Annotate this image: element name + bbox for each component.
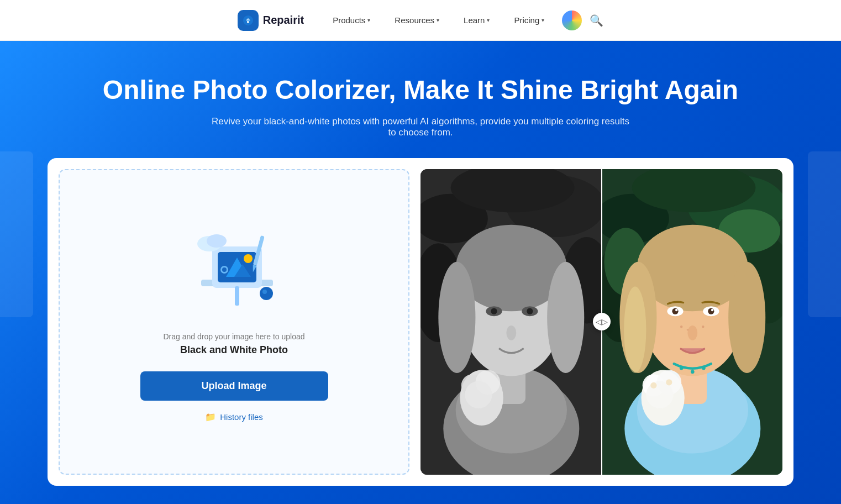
nav-item-learn[interactable]: Learn ▾ [451, 0, 502, 41]
nav-inner: Repairit Products ▾ Resources ▾ Learn ▾ … [238, 0, 604, 41]
svg-point-67 [702, 366, 706, 370]
hero-deco-left [0, 151, 33, 317]
illustration-svg [185, 224, 284, 318]
hero-subtitle: Revive your black-and-white photos with … [211, 116, 630, 138]
history-files-link[interactable]: 📁 History files [205, 412, 263, 422]
preview-panel: ◁▷ [420, 169, 782, 475]
svg-point-61 [687, 326, 697, 340]
svg-point-33 [527, 308, 533, 314]
svg-point-59 [675, 308, 677, 311]
history-files-label: History files [220, 412, 263, 422]
svg-rect-8 [235, 286, 239, 306]
svg-point-65 [679, 366, 683, 370]
svg-point-53 [728, 261, 765, 372]
color-portrait-svg [602, 169, 783, 475]
svg-point-16 [222, 267, 227, 272]
hero-wrapper: Online Photo Colorizer, Make It Shine Br… [0, 41, 841, 504]
logo-icon [238, 10, 259, 31]
hero-title: Online Photo Colorizer, Make It Shine Br… [103, 74, 738, 106]
hero-section: Online Photo Colorizer, Make It Shine Br… [0, 41, 841, 504]
svg-point-34 [506, 326, 516, 340]
svg-point-57 [672, 308, 678, 314]
preview-bw [420, 169, 602, 475]
nav-item-products[interactable]: Products ▾ [320, 0, 382, 41]
svg-point-72 [650, 382, 656, 388]
pricing-chevron-icon: ▾ [542, 17, 544, 23]
nav-logo[interactable]: Repairit [238, 10, 304, 31]
svg-point-32 [491, 308, 497, 314]
learn-chevron-icon: ▾ [487, 17, 490, 23]
hero-deco-right [808, 151, 841, 317]
svg-point-62 [680, 326, 682, 328]
svg-point-54 [624, 286, 646, 373]
tool-card: Drag and drop your image here to upload … [48, 158, 793, 486]
preview-split: ◁▷ [420, 169, 782, 475]
search-icon[interactable]: 🔍 [590, 14, 603, 27]
navbar: Repairit Products ▾ Resources ▾ Learn ▾ … [0, 0, 841, 41]
svg-point-1 [247, 19, 249, 22]
upload-image-button[interactable]: Upload Image [140, 371, 328, 401]
svg-point-63 [702, 326, 704, 328]
svg-point-28 [438, 261, 475, 372]
svg-point-38 [465, 381, 492, 408]
preview-color [602, 169, 783, 475]
nav-actions: 🔍 [562, 11, 603, 30]
svg-point-73 [666, 379, 672, 385]
logo-text: Repairit [263, 14, 304, 27]
svg-point-7 [244, 254, 253, 263]
svg-point-60 [711, 308, 713, 311]
file-type-text: Black and White Photo [180, 344, 288, 356]
svg-point-14 [262, 290, 267, 294]
svg-point-13 [260, 287, 273, 300]
drag-drop-text: Drag and drop your image here to upload [163, 332, 304, 341]
bw-portrait-svg [420, 169, 602, 475]
svg-point-66 [690, 370, 694, 374]
products-label: Products [333, 15, 365, 25]
upload-illustration [185, 222, 284, 321]
learn-label: Learn [464, 15, 485, 25]
svg-point-10 [207, 234, 227, 248]
split-arrows-icon: ◁▷ [596, 317, 608, 326]
pricing-label: Pricing [514, 15, 539, 25]
upload-panel: Drag and drop your image here to upload … [59, 169, 409, 475]
svg-point-64 [686, 329, 688, 330]
resources-chevron-icon: ▾ [437, 17, 439, 23]
svg-point-58 [708, 308, 714, 314]
svg-point-29 [547, 261, 584, 372]
nav-item-resources[interactable]: Resources ▾ [382, 0, 451, 41]
nav-item-pricing[interactable]: Pricing ▾ [502, 0, 556, 41]
split-handle[interactable]: ◁▷ [593, 313, 611, 330]
avatar[interactable] [562, 11, 582, 30]
resources-label: Resources [395, 15, 434, 25]
folder-icon: 📁 [205, 412, 216, 422]
products-chevron-icon: ▾ [367, 17, 370, 23]
